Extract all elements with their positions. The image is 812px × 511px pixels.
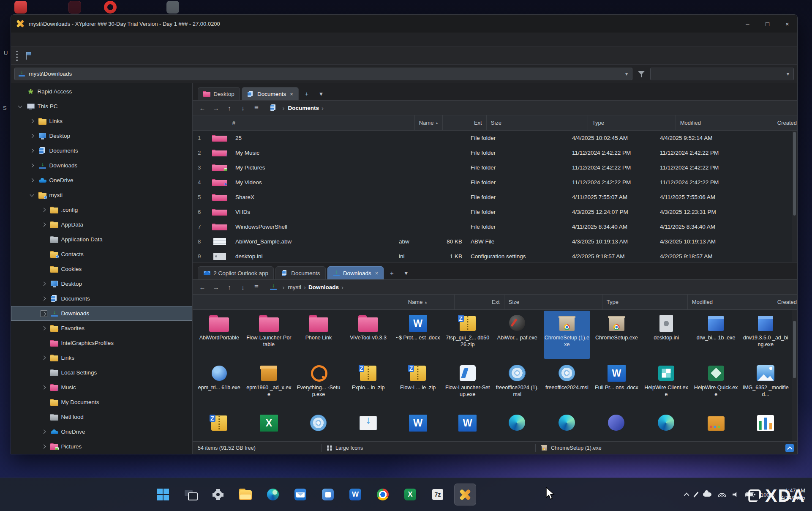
tree-item[interactable]: Favorites [11, 321, 192, 336]
desktop-icon[interactable] [68, 1, 81, 14]
ShareX[interactable]: 5 ShareX File folder 4/11/2025 7:55:07 A… [193, 190, 797, 205]
tab-desktop[interactable]: Desktop [198, 87, 240, 100]
grid-item[interactable]: ~$ Prot... est .docx [395, 311, 441, 359]
expander-icon[interactable] [40, 443, 48, 451]
clock[interactable]: 1:47 AM 4/14/2025 [781, 487, 805, 502]
expander-icon[interactable] [40, 236, 48, 243]
tree-item-mysti[interactable]: mysti [11, 188, 192, 202]
grid-item[interactable] [246, 410, 292, 441]
grid-item-chromesetup-1-selected[interactable]: ChromeSetup (1).exe [544, 311, 590, 359]
expander-icon[interactable] [28, 177, 36, 184]
breadcrumb-item[interactable]: Documents [287, 105, 320, 111]
tree-item[interactable]: IntelGraphicsProfiles [11, 336, 192, 350]
bottom-scrollbar[interactable] [792, 310, 797, 441]
back-button[interactable]: ← [196, 102, 209, 114]
hamburger-menu-icon[interactable]: ≡ [250, 102, 263, 114]
tree-item[interactable]: Application Data [11, 232, 192, 247]
grid-item[interactable]: desktop.ini [643, 311, 689, 359]
grid-item[interactable]: epm1960 _ad_x.exe [246, 361, 292, 409]
breadcrumb-location-icon[interactable] [270, 284, 277, 290]
expander-icon[interactable] [40, 384, 48, 391]
back-button[interactable]: ← [196, 281, 209, 293]
tab-list-dropdown-icon[interactable]: ▾ [400, 266, 412, 279]
WindowsPowerShell[interactable]: 7 WindowsPowerShell File folder 4/11/202… [193, 219, 797, 234]
down-button[interactable]: ↓ [237, 281, 249, 293]
grid-item[interactable]: freeoffice2024.msi [544, 361, 590, 409]
column-header[interactable]: Created [773, 295, 797, 309]
grid-item[interactable] [196, 410, 243, 441]
grid-item[interactable]: ChromeSetup.exe [594, 311, 640, 359]
tree-item[interactable]: Documents [11, 143, 192, 158]
grid-item[interactable] [693, 410, 739, 441]
column-header[interactable]: Type [588, 115, 676, 130]
tab-list-dropdown-icon[interactable]: ▾ [315, 87, 327, 100]
grid-item[interactable]: Everything... -Setup.exe [295, 361, 342, 409]
expander-icon[interactable] [40, 399, 48, 406]
grid-item[interactable]: drw_bi... 1b .exe [693, 311, 739, 359]
tree-item[interactable]: Documents [11, 291, 192, 306]
grid-item[interactable] [444, 410, 491, 441]
expander-icon[interactable] [40, 295, 48, 303]
opera-desktop-icon[interactable] [104, 1, 117, 14]
tree-item[interactable]: Music [11, 380, 192, 395]
expander-icon[interactable] [40, 354, 48, 362]
tree-item[interactable]: Desktop [11, 128, 192, 143]
tab-copilot-outlook[interactable]: 2 Copilot Outlook app [198, 266, 274, 279]
chevron-down-icon[interactable]: ▾ [786, 71, 790, 77]
battery-icon[interactable] [745, 492, 754, 497]
tree-item[interactable]: Downloads [11, 158, 192, 173]
tree-item[interactable]: AppData [11, 217, 192, 232]
expander-icon[interactable] [40, 251, 48, 258]
tree-item[interactable]: Links [11, 114, 192, 128]
breadcrumb-location-icon[interactable] [270, 104, 277, 111]
grid-item[interactable]: epm_tri... 61b.exe [196, 361, 243, 409]
VHDs[interactable]: 6 VHDs File folder 4/3/2025 12:24:07 PM … [193, 205, 797, 219]
hamburger-menu-icon[interactable]: ≡ [250, 281, 263, 293]
grid-item[interactable]: AbiWordPortable [196, 311, 243, 359]
expander-icon[interactable] [28, 162, 36, 169]
tab-documents[interactable]: Documents × [242, 87, 299, 100]
toolbar-grip-handle[interactable] [16, 51, 18, 61]
column-header[interactable]: Created [773, 115, 797, 130]
close-tab-icon[interactable]: × [375, 270, 379, 276]
expander-icon[interactable] [40, 339, 48, 347]
grid-item[interactable]: Explo... in .zip [345, 361, 392, 409]
grid-item[interactable]: IMG_6352 _modified... [742, 361, 789, 409]
column-header[interactable]: Size [487, 115, 588, 130]
expander-icon[interactable] [28, 118, 36, 125]
expander-icon[interactable] [28, 191, 36, 199]
grid-item[interactable] [544, 410, 590, 441]
down-button[interactable]: ↓ [237, 102, 249, 114]
column-header[interactable]: Type [602, 295, 688, 309]
expander-icon[interactable] [40, 221, 48, 229]
grid-item[interactable] [643, 410, 689, 441]
outlook-app-button[interactable] [289, 484, 311, 506]
grid-item[interactable] [295, 410, 342, 441]
address-dropdown-icon[interactable]: ▾ [624, 71, 629, 77]
tree-item[interactable]: Local Settings [11, 365, 192, 380]
expander-icon[interactable] [28, 132, 36, 140]
grid-item[interactable]: AbiWor... paf.exe [494, 311, 541, 359]
excel-app-button[interactable] [399, 484, 421, 506]
AbiWord_Sample.abw[interactable]: 8 AbiWord_Sample.abw abw 80 KB ABW File … [193, 234, 797, 249]
address-input[interactable] [29, 71, 621, 77]
onedrive-tray-icon[interactable] [703, 492, 711, 497]
maximize-button[interactable]: □ [758, 15, 777, 33]
25[interactable]: 1 25 File folder 4/4/2025 10:02:45 AM 4/… [193, 131, 797, 145]
My Videos[interactable]: 4 My Videos File folder 11/12/2024 2:42:… [193, 175, 797, 190]
desktop-icon[interactable] [166, 1, 179, 14]
pen-tray-icon[interactable] [693, 492, 699, 497]
grid-item[interactable]: ViVeTool-v0.3.3 [345, 311, 392, 359]
My Music[interactable]: 2 My Music File folder 11/12/2024 2:42:2… [193, 145, 797, 160]
expander-icon[interactable] [16, 103, 24, 110]
start-button[interactable] [152, 484, 174, 506]
secondary-address-dropdown[interactable]: ▾ [650, 68, 794, 80]
grid-item[interactable] [395, 410, 441, 441]
wifi-icon[interactable] [718, 492, 726, 497]
edge-app-button[interactable] [262, 484, 284, 506]
close-button[interactable]: × [777, 15, 797, 33]
column-header[interactable]: Size [504, 295, 602, 309]
column-header[interactable]: Ext [455, 295, 504, 309]
tree-item[interactable]: My Documents [11, 395, 192, 410]
breadcrumb-item[interactable]: mysti [287, 284, 302, 290]
